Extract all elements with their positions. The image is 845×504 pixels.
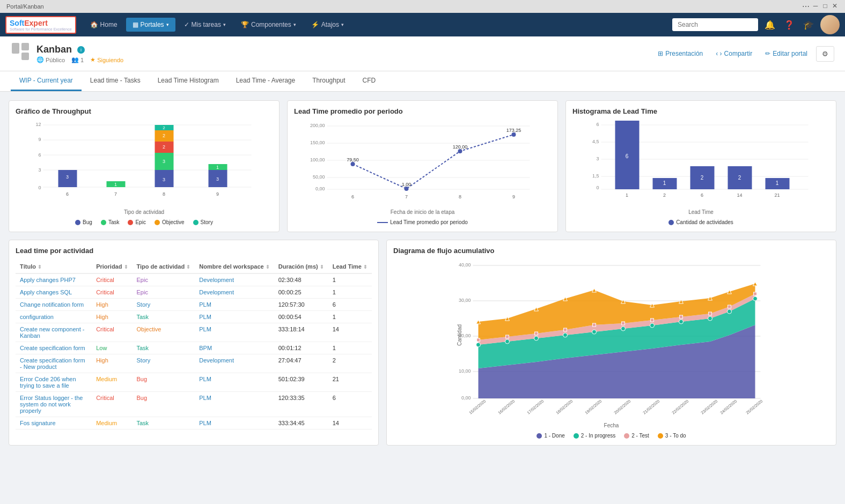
row-workspace: Development [199, 277, 234, 283]
svg-text:40,00: 40,00 [459, 262, 471, 268]
col-prioridad[interactable]: Prioridad ⇕ [92, 260, 132, 273]
row-title[interactable]: Create new component - Kanban [20, 326, 84, 339]
svg-text:3: 3 [596, 156, 599, 161]
col-workspace[interactable]: Nombre del workspace ⇕ [195, 260, 274, 273]
graduation-icon[interactable]: 🎓 [801, 18, 816, 32]
presentation-button[interactable]: ⊞ Presentación [653, 48, 707, 60]
row-workspace: PLM [199, 301, 211, 308]
svg-text:150,00: 150,00 [310, 140, 325, 145]
row-title[interactable]: Error Code 206 when trying to save a fil… [20, 376, 76, 389]
leadtime-table-title: Lead time por actividad [16, 247, 372, 255]
svg-text:23/02/2020: 23/02/2020 [700, 399, 719, 416]
svg-text:1: 1 [114, 182, 117, 187]
svg-point-121 [563, 333, 568, 337]
row-workspace: PLM [199, 376, 211, 382]
table-scroll[interactable]: Título ⇕ Prioridad ⇕ Tipo de actividad ⇕… [16, 260, 372, 429]
nav-atajos[interactable]: ⚡ Atajos ▾ [305, 18, 350, 32]
public-badge: 🌐 Público [36, 56, 65, 63]
tab-cfd[interactable]: CFD [354, 71, 385, 91]
row-title[interactable]: Fos signature [20, 420, 56, 426]
gear-icon: ⚙ [822, 50, 828, 58]
minimize-button[interactable]: ─ [812, 2, 819, 10]
maximize-button[interactable]: □ [821, 2, 829, 10]
tab-lead-time-tasks[interactable]: Lead time - Tasks [82, 71, 149, 91]
tab-throughput[interactable]: Throughput [304, 71, 354, 91]
svg-text:16/02/2020: 16/02/2020 [497, 399, 516, 416]
col-titulo[interactable]: Título ⇕ [16, 260, 92, 273]
row-priority: Critical [92, 323, 132, 342]
row-priority: Critical [92, 286, 132, 299]
svg-text:3: 3 [66, 174, 69, 180]
col-tipo[interactable]: Tipo de actividad ⇕ [133, 260, 195, 273]
tab-lead-time-histogram[interactable]: Lead Time Histogram [149, 71, 227, 91]
page-title-area: Kanban i 🌐 Público 👥 1 ★ Siguiendo [11, 42, 123, 65]
col-leadtime[interactable]: Lead Time ⇕ [328, 260, 372, 273]
row-priority: Critical [92, 392, 132, 417]
lightning-icon: ⚡ [311, 21, 319, 28]
sort-titulo: ⇕ [38, 264, 42, 270]
row-priority: High [92, 299, 132, 311]
edit-portal-button[interactable]: ✏ Editar portal [761, 48, 812, 60]
sort-leadtime: ⇕ [363, 264, 368, 270]
share-icon: ‹ › [716, 50, 722, 57]
svg-text:25/02/2020: 25/02/2020 [745, 399, 764, 416]
leadtime-x-label: Fecha de inicio de la etapa [294, 209, 551, 215]
row-duration: 00:00:54 [274, 311, 328, 323]
svg-point-128 [753, 297, 758, 301]
svg-text:1,00: 1,00 [402, 182, 412, 187]
row-duration: 00:01:12 [274, 342, 328, 354]
row-title[interactable]: Error Status logger - the system do not … [20, 395, 83, 414]
row-title[interactable]: Change notification form [20, 301, 84, 308]
following-badge[interactable]: ★ Siguiendo [90, 56, 123, 63]
nav-portales[interactable]: ▦ Portales ▾ [126, 18, 175, 32]
row-title[interactable]: Apply changes SQL [20, 289, 72, 295]
svg-text:1: 1 [626, 192, 628, 198]
throughput-chart-title: Gráfico de Throughput [16, 107, 273, 115]
svg-point-125 [679, 320, 684, 324]
row-type: Task [133, 311, 195, 323]
help-icon[interactable]: ❓ [782, 18, 797, 32]
objective-dot [155, 220, 160, 225]
row-title[interactable]: Create specification form - New product [20, 357, 85, 370]
close-button[interactable]: ✕ [831, 2, 839, 10]
tab-lead-time-average[interactable]: Lead Time - Average [227, 71, 304, 91]
svg-text:0: 0 [38, 185, 41, 190]
svg-text:3: 3 [163, 177, 165, 182]
share-button[interactable]: ‹ › Compartir [711, 48, 756, 60]
svg-rect-111 [593, 323, 596, 327]
row-duration: 501:02:39 [274, 373, 328, 392]
row-priority: Critical [92, 273, 132, 286]
row-title[interactable]: Apply changes PHP7 [20, 277, 76, 283]
row-priority: High [92, 311, 132, 323]
bug-dot [75, 220, 80, 225]
row-leadtime: 1 [328, 342, 372, 354]
sort-tipo: ⇕ [186, 264, 190, 270]
tareas-dropdown-arrow: ▾ [223, 22, 226, 27]
svg-text:3: 3 [38, 167, 41, 173]
row-title[interactable]: Create specification form [20, 345, 85, 351]
members-badge: 👥 1 [71, 56, 84, 63]
svg-text:10,00: 10,00 [459, 368, 471, 374]
settings-button[interactable]: ⚙ [816, 46, 834, 62]
nav-mis-tareas[interactable]: ✓ Mis tareas ▾ [178, 18, 232, 32]
row-type: Bug [133, 392, 195, 417]
svg-point-48 [512, 132, 516, 137]
bell-icon[interactable]: 🔔 [762, 18, 777, 32]
pencil-icon: ✏ [765, 50, 770, 57]
row-type: Objective [133, 323, 195, 342]
nav-componentes[interactable]: 🏆 Componentes ▾ [234, 18, 303, 32]
col-duracion[interactable]: Duración (ms) ⇕ [274, 260, 328, 273]
svg-text:1,5: 1,5 [592, 173, 599, 179]
row-workspace: Development [199, 357, 234, 364]
in-progress-dot [574, 433, 579, 439]
search-input[interactable] [672, 18, 758, 31]
sort-prioridad: ⇕ [124, 264, 128, 270]
members-icon: 👥 [71, 56, 79, 63]
avatar[interactable] [820, 15, 840, 34]
topbar: SoftExpert Software for Performance Exce… [0, 13, 845, 36]
svg-point-46 [405, 187, 409, 191]
nav-home[interactable]: 🏠 Home [84, 18, 124, 32]
row-title[interactable]: configuration [20, 314, 54, 320]
tab-wip-current-year[interactable]: WIP - Current year [11, 71, 82, 91]
window-titlebar: Portal/Kanban ⋯ ─ □ ✕ [0, 0, 845, 13]
